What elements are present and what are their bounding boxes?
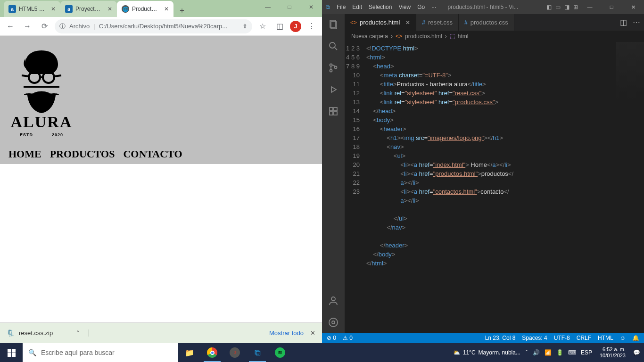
spotify-icon[interactable]: ≋ [269,343,291,362]
editor-tab-productoscss[interactable]: # productos.css [459,14,514,31]
layout-icon[interactable]: ⊞ [573,4,578,10]
svg-point-19 [332,321,335,324]
menu-more[interactable]: ··· [431,4,436,10]
tab-favicon: a [8,5,16,13]
maximize-button[interactable]: □ [279,0,300,14]
notifications-icon[interactable]: 💬 [633,349,640,356]
tray-chevron-icon[interactable]: ˄ [525,349,528,356]
menu-file[interactable]: File [337,4,346,10]
status-feedback[interactable]: ☺ [620,335,626,341]
gear-icon[interactable] [328,317,339,328]
weather-icon: ⛅ [453,349,460,356]
new-tab-button[interactable]: ＋ [175,4,189,17]
wifi-icon[interactable]: 📶 [545,349,552,356]
tab-title: HTML5 y CSS [19,6,46,12]
clock-date: 10/01/2023 [600,353,626,359]
status-lang[interactable]: HTML [598,335,613,341]
tab-2[interactable]: a Proyecto | HT ✕ [60,1,117,17]
download-chip[interactable]: 🗜️ reset.css.zip ˄ [7,329,89,337]
tab-favicon: a [65,5,73,13]
status-eol[interactable]: CRLF [577,335,591,341]
battery-icon[interactable]: 🔋 [556,349,563,356]
editor-tabs: <> productos.html ✕ # reset.css # produc… [345,14,644,31]
url-text: C:/Users/carlu/Desktop/html5/Nueva%20car… [99,23,239,30]
back-button[interactable]: ← [4,20,17,33]
weather-widget[interactable]: ⛅ 11°C Mayorm. nubla... [453,349,520,356]
vscode-window: ⧉ File Edit Selection View Go ··· produc… [322,0,644,343]
volume-icon[interactable]: 🔊 [533,349,540,356]
nav-contacto[interactable]: CONTACTO [123,149,182,159]
menu-selection[interactable]: Selection [369,4,392,10]
tab-3-active[interactable]: 🌐 Productos - b ✕ [117,1,173,17]
close-button[interactable]: ✕ [300,0,322,14]
close-icon[interactable]: ✕ [107,6,112,12]
status-errors[interactable]: ⊘ 0 [327,335,336,341]
svg-rect-16 [330,112,333,115]
layout-icon[interactable]: ▭ [555,4,561,10]
extensions-icon[interactable] [328,106,339,117]
status-spaces[interactable]: Spaces: 4 [522,335,547,341]
close-icon[interactable]: ✕ [51,6,56,12]
status-warnings[interactable]: ⚠ 0 [343,335,353,341]
chevron-up-icon[interactable]: ˄ [76,329,80,337]
taskbar-search[interactable]: 🔍 Escribe aquí para buscar [23,343,178,362]
nav-home[interactable]: HOME [8,149,41,159]
menu-icon[interactable]: ⋮ [305,20,318,33]
bell-icon[interactable]: 🔔 [632,335,639,341]
html-icon: <> [350,19,357,26]
extensions-icon[interactable]: ◫ [273,20,286,33]
language-indicator[interactable]: ESP [581,349,592,356]
more-icon[interactable]: ⋯ [633,18,640,27]
explorer-icon[interactable] [328,19,339,30]
menu-go[interactable]: Go [417,4,425,10]
taskbar-clock[interactable]: 6:52 a. m. 10/01/2023 [597,346,628,359]
chrome-tabs: a HTML5 y CSS ✕ a Proyecto | HT ✕ 🌐 Prod… [0,1,189,17]
chrome-toolbar: ← → ⟳ ⓘ Archivo | C:/Users/carlu/Desktop… [0,17,322,36]
account-icon[interactable] [328,295,339,306]
minimize-button[interactable]: — [579,0,601,14]
svg-point-20 [329,318,338,327]
code-editor[interactable]: 1 2 3 4 5 6 7 8 9 10 11 12 13 14 15 16 1… [345,42,644,333]
start-button[interactable] [0,343,23,362]
maximize-button[interactable]: □ [601,0,622,14]
profile-avatar[interactable]: J [290,21,301,32]
forward-button[interactable]: → [21,20,34,33]
status-lncol[interactable]: Ln 23, Col 8 [485,335,516,341]
tab-1[interactable]: a HTML5 y CSS ✕ [4,1,60,17]
breadcrumb[interactable]: Nueva carpeta › <> productos.html › ⬚ ht… [345,31,644,42]
address-bar[interactable]: ⓘ Archivo | C:/Users/carlu/Desktop/html5… [55,19,252,33]
search-icon[interactable] [328,41,339,52]
share-icon[interactable]: ⇪ [242,23,248,30]
close-downloads-button[interactable]: ✕ [310,329,315,337]
code-lines[interactable]: <!DOCTYPE html> <html> <head> <meta char… [366,42,644,333]
keyboard-icon[interactable]: ⌨ [568,349,576,356]
star-icon[interactable]: ☆ [256,20,269,33]
vscode-app-icon[interactable]: ⧉ [246,343,269,362]
menu-view[interactable]: View [398,4,411,10]
status-encoding[interactable]: UTF-8 [554,335,570,341]
close-icon[interactable]: ✕ [164,6,169,12]
breadcrumb-file: productos.html [405,33,442,40]
file-explorer-icon[interactable]: 📁 [178,343,201,362]
nav-productos[interactable]: PRODUCTOS [50,149,115,159]
source-control-icon[interactable] [328,62,339,74]
minimize-button[interactable]: — [257,0,279,14]
logo-text: ALURA [11,114,73,130]
close-icon[interactable]: ✕ [405,19,410,26]
chrome-app-icon[interactable] [201,343,223,362]
layout-icon[interactable]: ◨ [564,4,570,10]
layout-icon[interactable]: ◧ [546,4,552,10]
reload-button[interactable]: ⟳ [38,20,51,33]
svg-rect-5 [24,86,59,88]
chrome-canary-icon[interactable]: J [223,343,246,362]
debug-icon[interactable] [328,84,339,95]
editor-tab-reset[interactable]: # reset.css [416,14,459,31]
editor-tab-productos[interactable]: <> productos.html ✕ [345,14,416,31]
minimap[interactable] [616,42,644,99]
close-button[interactable]: ✕ [622,0,644,14]
show-all-button[interactable]: Mostrar todo [269,329,304,337]
activity-bar [322,14,345,333]
menu-edit[interactable]: Edit [352,4,362,10]
download-filename: reset.css.zip [19,329,53,337]
split-icon[interactable]: ◫ [620,18,627,27]
